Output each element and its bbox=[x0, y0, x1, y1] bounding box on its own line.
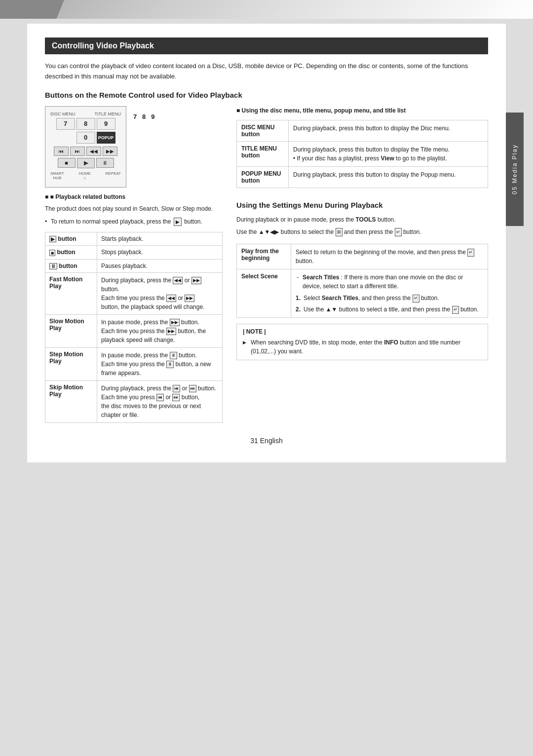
settings-table: Play from the beginning Select to return… bbox=[236, 244, 488, 318]
table-row: DISC MENUbutton During playback, press t… bbox=[237, 120, 488, 141]
playback-note: The product does not play sound in Searc… bbox=[45, 204, 223, 213]
section-header: Controlling Video Playback bbox=[45, 38, 488, 54]
table-row: Slow Motion Play In pause mode, press th… bbox=[45, 314, 223, 347]
settings-intro: During playback or in pause mode, press … bbox=[236, 215, 488, 225]
playback-bullet: • To return to normal speed playback, pr… bbox=[45, 217, 223, 226]
disc-menu-table: DISC MENUbutton During playback, press t… bbox=[236, 120, 488, 188]
table-row: Fast Motion Play During playback, press … bbox=[45, 272, 223, 314]
note-item: ▶ When searching DVD title, in stop mode… bbox=[243, 338, 482, 356]
disc-menu-title: ■ Using the disc menu, title menu, popup… bbox=[236, 106, 488, 115]
table-row: ■ button Stops playback. bbox=[45, 246, 223, 259]
remote-annotations: 7 8 9 bbox=[133, 106, 154, 147]
table-row: ▶ button Starts playback. bbox=[45, 232, 223, 245]
page-number: 31 English bbox=[45, 437, 488, 445]
table-row: TITLE MENUbutton During playback, press … bbox=[237, 141, 488, 166]
note-box: | NOTE | ▶ When searching DVD title, in … bbox=[236, 324, 488, 360]
side-tab: 05 Media Play bbox=[506, 113, 524, 226]
remote-illustration: DISC MENU TITLE MENU 7 8 9 0 POPUP bbox=[45, 106, 126, 188]
intro-text: You can control the playback of video co… bbox=[45, 61, 488, 82]
table-row: Play from the beginning Select to return… bbox=[237, 244, 488, 269]
playback-table: ▶ button Starts playback. ■ button Stops… bbox=[45, 232, 223, 423]
playback-label: ■ ■ Playback related buttons bbox=[45, 193, 223, 200]
table-row: Step Motion Play In pause mode, press th… bbox=[45, 347, 223, 380]
settings-intro2: Use the ▲▼◀▶ buttons to select the ⊞ and… bbox=[236, 227, 488, 237]
settings-section-title: Using the Settings Menu During Playback bbox=[236, 200, 488, 210]
table-row: ⏸ button Pauses playback. bbox=[45, 259, 223, 272]
side-tab-label: 05 Media Play bbox=[511, 144, 518, 194]
table-row: POPUP MENUbutton During playback, press … bbox=[237, 166, 488, 188]
subsection-buttons-title: Buttons on the Remote Control used for V… bbox=[45, 91, 488, 99]
note-title: | NOTE | bbox=[243, 328, 482, 335]
table-row: Select Scene - Search Titles : If there … bbox=[237, 269, 488, 317]
table-row: Skip Motion Play During playback, press … bbox=[45, 380, 223, 422]
